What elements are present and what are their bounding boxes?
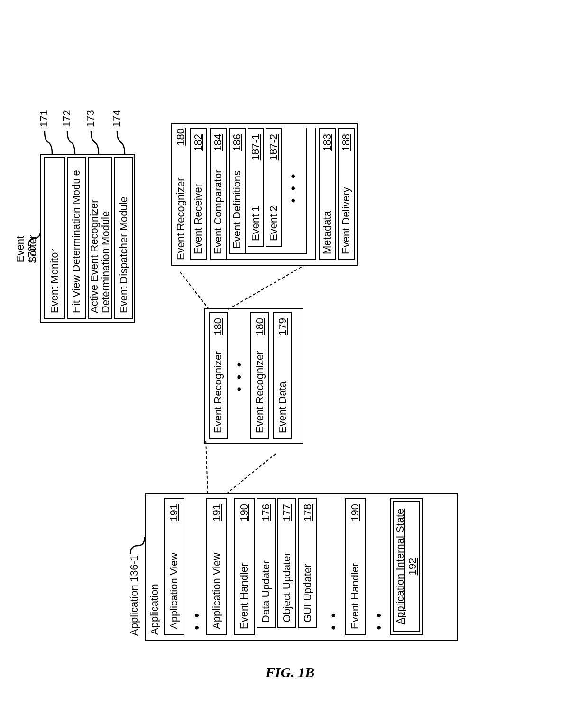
application-label-leader-icon [129, 536, 146, 555]
event-dispatcher-label: Event Dispatcher Module [118, 196, 130, 313]
recognizer-stack-1-ref: 180 [254, 318, 266, 335]
app-view-a-ref: 191 [168, 504, 180, 521]
event2-label: Event 2 [267, 205, 280, 241]
application-outer-label: Application 136-1 [128, 555, 140, 636]
event-delivery-ref: 188 [340, 134, 352, 151]
ref-172-leader-icon [66, 128, 78, 154]
event-definitions-label: Event Definitions [231, 170, 243, 249]
recognizer-stack-0-ref: 180 [212, 318, 224, 335]
recognizer-stack-2-label: Event Data [276, 381, 289, 433]
group-border-icon [315, 128, 316, 260]
object-updater-label: Object Updater [281, 552, 293, 623]
data-updater-row: Data Updater 176 [257, 498, 276, 628]
recognizer-stack-row-0: Event Recognizer 180 [209, 312, 228, 439]
event-sorter-block: Event Monitor Hit View Determination Mod… [40, 154, 135, 323]
recognizer-stack-1-label: Event Recognizer [254, 351, 266, 433]
event1-row: Event 1 187-1 [248, 128, 264, 247]
recognizer-stack-row-1: Event Recognizer 180 [250, 312, 269, 439]
recognizer-stack-2-ref: 179 [276, 318, 289, 335]
active-recognizer-row: Active Event Recognizer Determination Mo… [88, 157, 112, 319]
recognizer-detail-block: Event Recognizer 180 Event Receiver 182 … [171, 123, 358, 266]
event-delivery-row: Event Delivery 188 [338, 128, 355, 260]
object-updater-ref: 177 [281, 504, 293, 521]
event2-ref: 187-2 [267, 134, 280, 160]
app-view-b-label: Application View [211, 553, 223, 629]
app-view-a-label: Application View [168, 553, 180, 629]
event-receiver-label: Event Receiver [192, 184, 204, 254]
event-handler-b-ref: 190 [349, 504, 361, 521]
metadata-row: Metadata 183 [319, 128, 336, 260]
event-monitor-row: Event Monitor [44, 157, 65, 319]
app-view-b-ref: 191 [211, 504, 223, 521]
event-handler-row-b: Event Handler 190 [345, 498, 366, 635]
recognizer-stack-row-2: Event Data 179 [273, 312, 292, 439]
internal-state-outer: Application Internal State 192 [390, 498, 423, 635]
ref-174: 174 [110, 110, 123, 127]
event-handler-a-ref: 190 [238, 504, 250, 521]
event-handler-row-a: Event Handler 190 [234, 498, 255, 635]
gui-updater-ref: 178 [302, 504, 314, 521]
application-header: Application [148, 490, 161, 635]
ref-173-leader-icon [90, 128, 102, 154]
event-delivery-label: Event Delivery [340, 187, 352, 254]
event-handler-a-label: Event Handler [238, 563, 250, 629]
active-recognizer-label: Active Event Recognizer Determination Mo… [89, 163, 111, 313]
figure-page: Application 136-1 Application Applicatio… [0, 0, 588, 707]
gui-updater-row: GUI Updater 178 [298, 498, 317, 628]
figure-label: FIG. 1B [266, 664, 314, 680]
internal-state-ref: 192 [406, 558, 419, 576]
event-sorter-leader-icon [28, 228, 42, 247]
metadata-ref: 183 [321, 134, 333, 151]
event-comparator-ref: 184 [212, 134, 224, 151]
projection-dash-icon [205, 441, 208, 493]
ref-172: 172 [61, 110, 73, 127]
internal-state-row: Application Internal State 192 [393, 501, 420, 632]
recognizer-detail-header: Event Recognizer 180 [175, 128, 187, 260]
ref-174-leader-icon [116, 128, 128, 154]
ref-171: 171 [38, 110, 50, 127]
recognizer-detail-header-label: Event Recognizer [175, 177, 187, 260]
group-border-icon [229, 253, 306, 254]
projection-dash-icon [180, 272, 210, 310]
event-comparator-label: Event Comparator [212, 169, 224, 254]
event-dispatcher-row: Event Dispatcher Module [114, 157, 133, 319]
event-receiver-ref: 182 [192, 134, 204, 151]
ref-173: 173 [84, 110, 97, 127]
group-border-icon [210, 259, 315, 260]
ellipsis-icon: • • • [285, 128, 301, 247]
event-definitions-ref: 186 [231, 134, 243, 151]
ref-171-leader-icon [44, 128, 55, 154]
recognizer-stack-0-label: Event Recognizer [212, 351, 224, 433]
rotated-canvas: Application 136-1 Application Applicatio… [0, 0, 588, 707]
metadata-label: Metadata [321, 211, 333, 254]
group-border-icon [306, 128, 307, 254]
object-updater-row: Object Updater 177 [277, 498, 296, 628]
active-recognizer-label-l1: Active Event Recognizer [89, 163, 100, 313]
event-handler-b-label: Event Handler [349, 563, 361, 629]
data-updater-ref: 176 [260, 504, 272, 521]
projection-dash-icon [226, 454, 276, 494]
hit-view-label: Hit View Determination Module [70, 170, 83, 313]
hit-view-row: Hit View Determination Module [67, 157, 86, 319]
event-definitions-row: Event Definitions 186 [229, 128, 246, 254]
event-comparator-row: Event Comparator 184 [210, 128, 227, 260]
internal-state-label: Application Internal State [394, 509, 406, 625]
event-sorter-ref: 170 [26, 246, 38, 263]
gui-updater-label: GUI Updater [302, 564, 314, 623]
application-block: Application Application View 191 • • • A… [145, 493, 458, 641]
ellipsis-icon: • • • [231, 309, 247, 443]
app-view-row-a: Application View 191 [164, 498, 184, 635]
recognizer-stack-block: Event Recognizer 180 • • • Event Recogni… [204, 308, 303, 444]
event-monitor-label: Event Monitor [48, 249, 61, 313]
event2-row: Event 2 187-2 [266, 128, 282, 247]
app-view-row-b: Application View 191 [206, 498, 227, 635]
event1-ref: 187-1 [249, 134, 262, 160]
event-receiver-row: Event Receiver 182 [190, 128, 207, 260]
active-recognizer-label-l2: Determination Module [100, 163, 111, 313]
data-updater-label: Data Updater [260, 560, 272, 623]
event1-label: Event 1 [249, 205, 262, 241]
recognizer-detail-header-ref: 180 [175, 128, 187, 146]
